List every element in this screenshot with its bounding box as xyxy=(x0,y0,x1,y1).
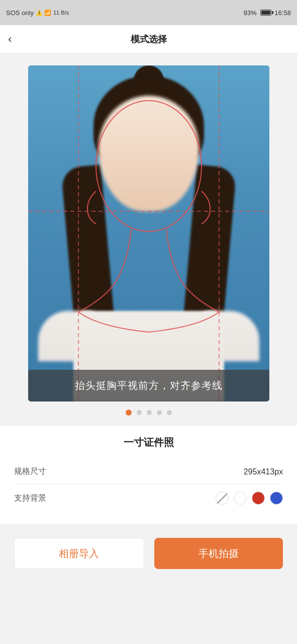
time-display: 16:58 xyxy=(274,9,291,17)
bg-swatches xyxy=(216,492,283,505)
sos-text: SOS only xyxy=(6,9,34,17)
dot-2[interactable] xyxy=(137,410,142,415)
status-icons: ⚠️ 📶 xyxy=(36,10,51,16)
carousel-container: 抬头挺胸平视前方，对齐参考线 xyxy=(0,53,297,426)
photo-type-title: 一寸证件照 xyxy=(14,436,283,449)
button-row: 相册导入 手机拍摄 xyxy=(0,524,297,585)
status-bar: SOS only ⚠️ 📶 11 B/s 93% 16:58 xyxy=(0,0,297,25)
album-import-button[interactable]: 相册导入 xyxy=(14,538,144,569)
battery-icon xyxy=(260,10,271,16)
size-value: 295x413px xyxy=(244,467,283,476)
status-left: SOS only ⚠️ 📶 11 B/s xyxy=(6,9,69,17)
swatch-blue[interactable] xyxy=(270,492,283,505)
svg-point-3 xyxy=(96,101,202,231)
swatch-red[interactable] xyxy=(252,492,265,505)
dot-1[interactable] xyxy=(126,410,132,416)
dot-4[interactable] xyxy=(157,410,162,415)
status-right: 93% 16:58 xyxy=(243,9,291,17)
signal-value: 11 B/s xyxy=(53,10,69,16)
camera-capture-button[interactable]: 手机拍摄 xyxy=(154,538,283,569)
nav-bar: ‹ 模式选择 xyxy=(0,25,297,53)
size-row: 规格尺寸 295x413px xyxy=(14,459,283,485)
main-content: 抬头挺胸平视前方，对齐参考线 一寸证件照 规格尺寸 295x413px 支持背景 xyxy=(0,53,297,595)
size-label: 规格尺寸 xyxy=(14,466,46,477)
page-title: 模式选择 xyxy=(131,33,167,45)
bg-row: 支持背景 xyxy=(14,485,283,512)
battery-pct: 93% xyxy=(243,9,256,17)
dots-indicator xyxy=(126,401,172,420)
back-button[interactable]: ‹ xyxy=(8,33,12,46)
dot-5[interactable] xyxy=(167,410,172,415)
bg-label: 支持背景 xyxy=(14,493,46,504)
guide-overlay xyxy=(28,65,269,401)
dot-3[interactable] xyxy=(147,410,152,415)
info-section: 一寸证件照 规格尺寸 295x413px 支持背景 xyxy=(0,426,297,524)
swatch-white[interactable] xyxy=(234,492,247,505)
swatch-none[interactable] xyxy=(216,492,229,505)
photo-frame: 抬头挺胸平视前方，对齐参考线 xyxy=(28,65,269,401)
photo-caption: 抬头挺胸平视前方，对齐参考线 xyxy=(28,370,269,401)
